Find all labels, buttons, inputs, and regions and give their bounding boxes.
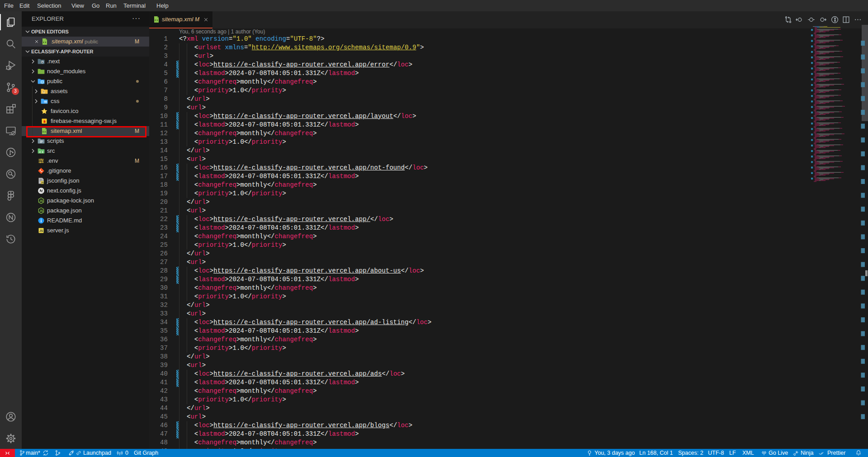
svg-text:JS: JS xyxy=(39,229,43,232)
svg-text:N: N xyxy=(42,61,43,64)
svg-text:JS: JS xyxy=(39,199,43,203)
svg-text:JS: JS xyxy=(41,181,44,184)
svg-text:JS: JS xyxy=(39,209,43,212)
